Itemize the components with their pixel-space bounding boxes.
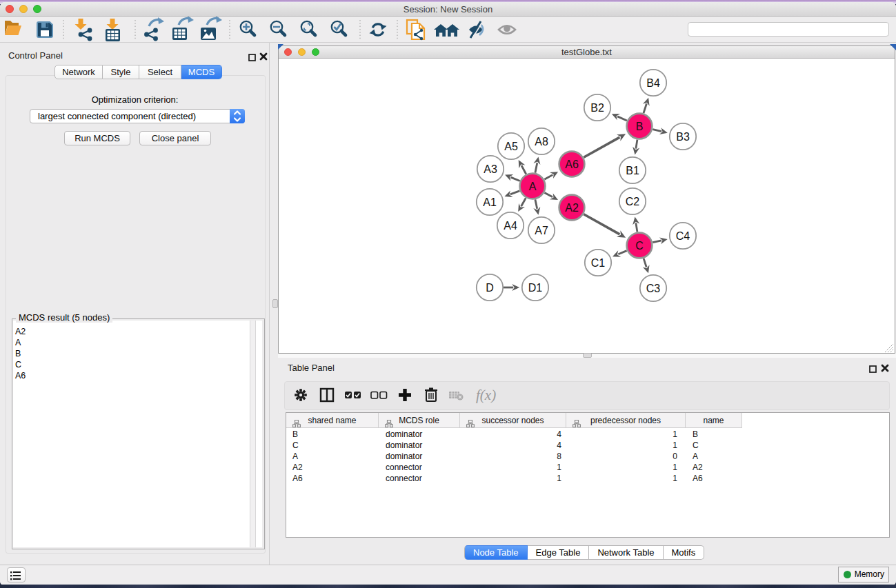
svg-text:A2: A2 xyxy=(565,202,579,214)
svg-text:B2: B2 xyxy=(590,102,604,114)
svg-text:B3: B3 xyxy=(676,131,690,143)
svg-text:A3: A3 xyxy=(484,163,497,175)
svg-text:C1: C1 xyxy=(591,257,606,269)
svg-text:D1: D1 xyxy=(528,282,543,294)
svg-text:A5: A5 xyxy=(504,141,518,152)
svg-text:C3: C3 xyxy=(646,283,661,294)
svg-text:A6: A6 xyxy=(565,159,579,170)
svg-text:A: A xyxy=(529,181,537,192)
svg-text:A7: A7 xyxy=(535,225,548,236)
svg-text:C4: C4 xyxy=(676,230,690,242)
svg-text:B1: B1 xyxy=(626,165,639,176)
svg-text:B: B xyxy=(636,121,644,132)
svg-text:D: D xyxy=(486,282,494,294)
svg-text:C2: C2 xyxy=(626,196,640,207)
svg-text:A1: A1 xyxy=(483,196,497,208)
svg-text:A4: A4 xyxy=(504,220,517,232)
svg-text:A8: A8 xyxy=(535,136,548,148)
svg-text:C: C xyxy=(635,240,644,252)
svg-text:B4: B4 xyxy=(646,77,660,89)
